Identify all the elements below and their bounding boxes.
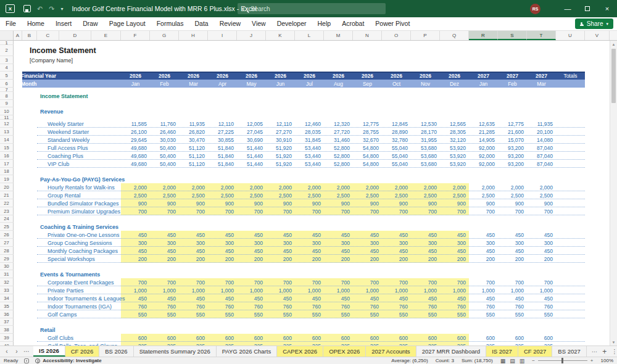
cell-value[interactable]: 12,775 — [498, 120, 527, 128]
band-cell[interactable]: Feb — [150, 80, 179, 88]
cell-value[interactable]: 54,800 — [353, 152, 382, 160]
ribbon-tab-review[interactable]: Review — [214, 17, 246, 30]
cell-value[interactable]: 450 — [179, 294, 208, 302]
cell-value[interactable]: 700 — [150, 207, 179, 215]
cell-value[interactable]: 92,000 — [469, 160, 498, 168]
cell-value[interactable]: 700 — [266, 278, 295, 286]
cell-value[interactable]: 300 — [498, 239, 527, 247]
cell-value[interactable]: 87,040 — [527, 144, 556, 152]
cell-value[interactable]: 300 — [469, 239, 498, 247]
cell-value[interactable]: 27,045 — [237, 128, 266, 136]
band-cell[interactable]: Dez — [440, 80, 469, 88]
sheet-tab-opex-2026[interactable]: OPEX 2026 — [323, 346, 366, 357]
zoom-slider-thumb[interactable] — [561, 358, 563, 363]
cell-value[interactable]: 450 — [440, 231, 469, 239]
cell-value[interactable]: 450 — [469, 231, 498, 239]
cell-value[interactable]: 760 — [411, 302, 440, 310]
row-number[interactable]: 23 — [0, 207, 14, 215]
cell-value[interactable]: 300 — [150, 239, 179, 247]
cell-value[interactable]: 900 — [353, 199, 382, 207]
cell-value[interactable]: 2,500 — [469, 191, 498, 199]
cell-value[interactable]: 450 — [121, 294, 150, 302]
column-header-J[interactable]: J — [237, 31, 266, 40]
row-number[interactable]: 34 — [0, 294, 14, 302]
cell-value[interactable]: 200 — [527, 255, 556, 263]
cell-value[interactable]: 49,680 — [121, 152, 150, 160]
cell-value[interactable]: 27,225 — [208, 128, 237, 136]
cell-value[interactable]: 550 — [382, 310, 411, 318]
cell-value[interactable]: 28,170 — [411, 128, 440, 136]
cell-value[interactable]: 2,500 — [382, 191, 411, 199]
row-number[interactable]: 20 — [0, 183, 14, 191]
cell-value[interactable]: 200 — [440, 255, 469, 263]
row-number[interactable]: 30 — [0, 263, 14, 270]
cell-value[interactable]: 50,400 — [150, 144, 179, 152]
cell-value[interactable]: 450 — [324, 294, 353, 302]
sheet-tab-2027-mrr-dashboard[interactable]: 2027 MRR Dashboard — [416, 346, 487, 357]
cell-value[interactable]: 2,500 — [121, 191, 150, 199]
search-input[interactable] — [251, 6, 362, 12]
cell-value[interactable]: 12,635 — [469, 120, 498, 128]
row-number[interactable]: 33 — [0, 286, 14, 294]
cell-value[interactable]: 30,910 — [266, 136, 295, 144]
cell-value[interactable]: 300 — [266, 239, 295, 247]
ribbon-tab-page-layout[interactable]: Page Layout — [104, 17, 151, 30]
cell-value[interactable]: 325 — [179, 342, 208, 345]
band-cell[interactable]: 2026 — [179, 72, 208, 80]
row-number[interactable]: 13 — [0, 128, 14, 136]
cell-value[interactable]: 450 — [353, 231, 382, 239]
row-number[interactable]: 16 — [0, 152, 14, 160]
cell-value[interactable]: 550 — [237, 310, 266, 318]
sheet-tab-cf-2026[interactable]: CF 2026 — [65, 346, 99, 357]
cell-value[interactable]: 600 — [469, 334, 498, 342]
cell-value[interactable]: 31,845 — [295, 136, 324, 144]
cell-value[interactable]: 900 — [498, 199, 527, 207]
band-cell[interactable]: May — [237, 80, 266, 88]
cell-value[interactable]: 1,000 — [121, 286, 150, 294]
cell-value[interactable]: 600 — [353, 334, 382, 342]
cell-value[interactable]: 450 — [527, 231, 556, 239]
band-cell[interactable]: 2026 — [440, 72, 469, 80]
scroll-up-icon[interactable]: ▲ — [610, 41, 617, 48]
save-icon[interactable] — [23, 5, 31, 12]
cell-value[interactable]: 30,690 — [237, 136, 266, 144]
cell-value[interactable]: 200 — [382, 255, 411, 263]
cell-value[interactable]: 53,440 — [295, 160, 324, 168]
cell-value[interactable]: 2,500 — [498, 191, 527, 199]
row-number[interactable]: 2 — [0, 45, 14, 56]
cell-value[interactable]: 12,460 — [295, 120, 324, 128]
cell-value[interactable]: 54,800 — [353, 144, 382, 152]
cell-value[interactable]: 93,200 — [498, 152, 527, 160]
cell-value[interactable]: 700 — [353, 207, 382, 215]
cell-value[interactable]: 450 — [208, 247, 237, 255]
cell-value[interactable]: 300 — [324, 239, 353, 247]
cell-value[interactable]: 550 — [208, 310, 237, 318]
close-button[interactable]: × — [597, 0, 617, 17]
cell-value[interactable]: 325 — [469, 342, 498, 345]
cell-value[interactable]: 93,200 — [498, 160, 527, 168]
cell-value[interactable]: 53,680 — [411, 160, 440, 168]
cell-value[interactable]: 27,720 — [324, 128, 353, 136]
cell-value[interactable]: 450 — [440, 294, 469, 302]
cell-value[interactable]: 51,440 — [237, 152, 266, 160]
cell-value[interactable]: 2,000 — [353, 183, 382, 191]
cell-value[interactable]: 92,000 — [469, 152, 498, 160]
cell-value[interactable]: 450 — [324, 231, 353, 239]
column-header-P[interactable]: P — [411, 31, 440, 40]
cell-value[interactable]: 14,080 — [527, 136, 556, 144]
cell-value[interactable]: 760 — [353, 302, 382, 310]
row-number[interactable]: 25 — [0, 223, 14, 231]
cell-value[interactable]: 325 — [237, 342, 266, 345]
sheet-tab-statements-summary-2026[interactable]: Statements Summary 2026 — [134, 346, 217, 357]
cell-value[interactable]: 2,000 — [237, 183, 266, 191]
cell-value[interactable]: 26,460 — [150, 128, 179, 136]
band-cell[interactable]: Aug — [324, 80, 353, 88]
cell-value[interactable]: 450 — [121, 247, 150, 255]
cell-value[interactable]: 1,000 — [411, 286, 440, 294]
cell-value[interactable]: 450 — [179, 247, 208, 255]
column-header-U[interactable]: U — [556, 31, 585, 40]
row-number[interactable]: 1 — [0, 41, 14, 45]
row-number[interactable]: 36 — [0, 310, 14, 318]
cell-value[interactable]: 450 — [237, 247, 266, 255]
cell-value[interactable]: 2,000 — [382, 183, 411, 191]
